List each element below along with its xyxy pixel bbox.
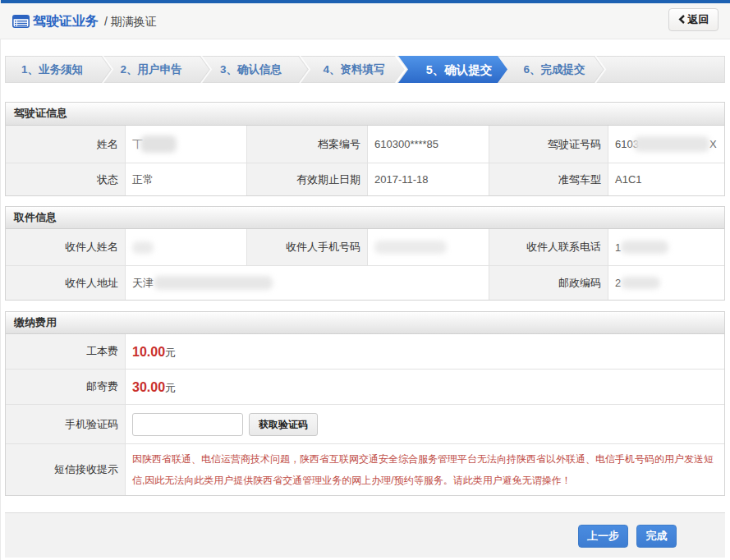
svg-text:4、资料填写: 4、资料填写 [323, 63, 384, 76]
svg-text:2、用户申告: 2、用户申告 [120, 62, 182, 76]
svg-text:6、完成提交: 6、完成提交 [523, 63, 585, 76]
svg-text:1、业务须知: 1、业务须知 [21, 63, 83, 76]
svg-text:3、确认信息: 3、确认信息 [220, 63, 282, 76]
svg-text:5、确认提交: 5、确认提交 [426, 63, 493, 76]
